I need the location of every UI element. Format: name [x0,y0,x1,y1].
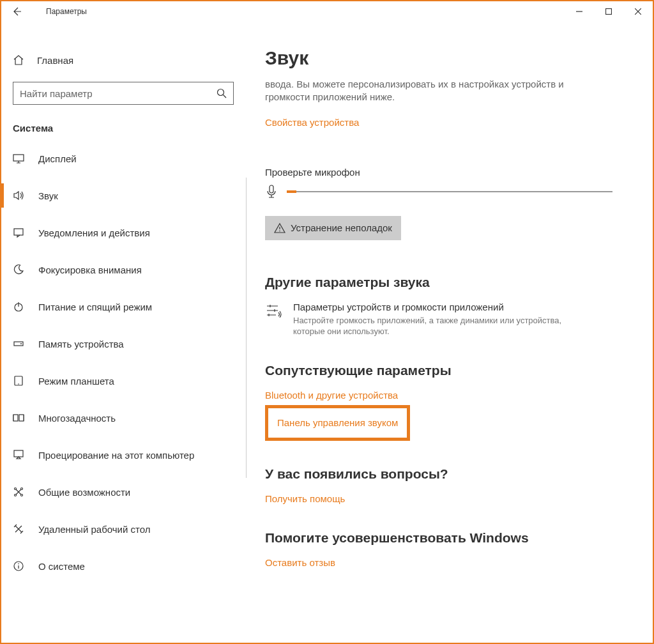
device-properties-link[interactable]: Свойства устройства [265,117,359,128]
search-box[interactable] [13,82,234,105]
search-input[interactable] [20,88,217,99]
other-params-title: Другие параметры звука [265,275,627,290]
svg-rect-10 [19,415,24,421]
svg-rect-2 [13,155,24,161]
svg-rect-11 [14,450,23,457]
back-button[interactable] [6,1,27,22]
section-header: Система [1,116,245,140]
sidebar-item-sound[interactable]: Звук [1,177,245,214]
microphone-icon [265,184,278,199]
svg-rect-9 [13,415,18,421]
mic-level-row [265,184,627,199]
mic-check-label: Проверьте микрофон [265,167,627,178]
close-icon [635,8,641,15]
close-button[interactable] [623,1,653,22]
sidebar-item-label: О системе [38,561,85,572]
shared-icon [13,486,24,498]
sliders-icon [265,302,283,319]
svg-point-17 [18,564,19,565]
window-controls [565,1,653,22]
sidebar-item-multitask[interactable]: Многозадачность [1,399,245,436]
sidebar-item-label: Питание и спящий режим [38,302,152,312]
svg-rect-0 [606,9,612,15]
svg-rect-3 [14,229,23,235]
svg-point-1 [218,89,224,96]
sidebar-item-label: Проецирование на этот компьютер [38,450,194,461]
home-button[interactable]: Главная [1,47,245,73]
sidebar-item-label: Звук [38,190,58,201]
moon-icon [13,264,24,275]
sidebar-item-display[interactable]: Дисплей [1,140,245,177]
storage-icon [13,338,24,349]
svg-point-6 [20,343,22,344]
feedback-link[interactable]: Оставить отзыв [265,557,335,568]
sidebar-item-label: Фокусировка внимания [38,264,142,275]
home-label: Главная [37,55,73,66]
mic-level-meter [287,191,612,192]
arrow-left-icon [11,6,22,17]
multitask-icon [13,412,24,424]
page-description: ввода. Вы можете персонализировать их в … [265,78,584,104]
feedback-section-title: Помогите усовершенствовать Windows [265,530,627,546]
sidebar-item-label: Удаленный рабочий стол [38,524,150,535]
nav-list: Дисплей Звук Уведомления и действия Фоку… [1,140,245,585]
project-icon [13,449,24,461]
minimize-button[interactable] [565,1,594,22]
sidebar-item-storage[interactable]: Память устройства [1,325,245,362]
sidebar-item-remote[interactable]: Удаленный рабочий стол [1,510,245,548]
troubleshoot-button[interactable]: Устранение неполадок [265,216,401,240]
sidebar-item-label: Память устройства [38,339,124,349]
sidebar-item-label: Дисплей [38,153,77,164]
svg-point-19 [279,230,280,231]
sidebar-item-notifications[interactable]: Уведомления и действия [1,214,245,251]
sound-control-panel-link[interactable]: Панель управления звуком [277,417,398,428]
sidebar-item-tablet[interactable]: Режим планшета [1,362,245,399]
display-icon [13,153,24,164]
search-icon [217,88,227,98]
page-title: Звук [265,47,627,69]
tablet-icon [13,375,24,387]
app-volume-desc: Настройте громкость приложений, а также … [293,315,593,337]
get-help-link[interactable]: Получить помощь [265,493,345,504]
maximize-button[interactable] [594,1,623,22]
related-params-title: Сопутствующие параметры [265,363,627,378]
sidebar-item-power[interactable]: Питание и спящий режим [1,288,245,325]
power-icon [13,301,24,312]
app-volume-title: Параметры устройств и громкости приложен… [293,302,627,312]
content-area: Главная Система Дисплей Звук [1,22,653,643]
sidebar-item-projecting[interactable]: Проецирование на этот компьютер [1,436,245,473]
svg-point-8 [18,383,19,385]
remote-icon [13,523,24,535]
info-icon [13,560,24,572]
mic-level-fill [287,190,296,193]
highlighted-sound-control-panel: Панель управления звуком [265,405,410,441]
sidebar: Главная Система Дисплей Звук [1,22,245,643]
window-title: Параметры [46,7,87,16]
app-volume-setting[interactable]: Параметры устройств и громкости приложен… [265,302,627,337]
sidebar-item-about[interactable]: О системе [1,548,245,585]
sidebar-item-label: Общие возможности [38,487,130,498]
sidebar-item-label: Режим планшета [38,376,114,387]
sidebar-item-shared[interactable]: Общие возможности [1,473,245,510]
troubleshoot-label: Устранение неполадок [291,222,392,233]
minimize-icon [576,8,582,15]
main-panel: Звук ввода. Вы можете персонализировать … [245,22,653,643]
maximize-icon [605,8,612,15]
speaker-icon [13,190,24,201]
warning-icon [274,222,285,234]
help-section-title: У вас появились вопросы? [265,466,627,482]
svg-rect-18 [270,185,273,193]
notifications-icon [13,227,24,238]
settings-window: Параметры Главная [1,1,653,643]
sidebar-item-label: Уведомления и действия [38,227,150,238]
home-icon [13,54,24,66]
sidebar-item-label: Многозадачность [38,413,116,424]
sidebar-item-focus[interactable]: Фокусировка внимания [1,251,245,288]
bluetooth-link[interactable]: Bluetooth и другие устройства [265,390,398,401]
titlebar: Параметры [1,1,653,22]
